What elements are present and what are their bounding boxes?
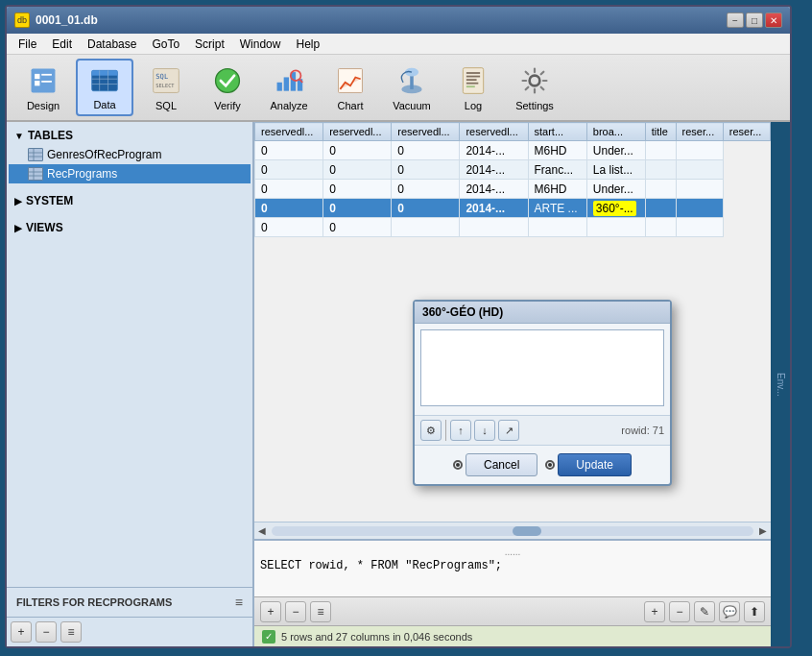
scroll-right-arrow[interactable]: ▶ [755, 523, 771, 539]
system-label: SYSTEM [26, 194, 73, 207]
col-start[interactable]: start... [528, 123, 586, 141]
edit-button[interactable]: ✎ [694, 601, 715, 622]
menu-database[interactable]: Database [80, 36, 144, 53]
svg-rect-32 [29, 149, 42, 160]
tables-header[interactable]: ▼ TABLES [9, 126, 251, 145]
sidebar-options-button[interactable]: ≡ [60, 621, 82, 643]
cell: 2014-... [460, 160, 528, 180]
menu-edit[interactable]: Edit [44, 36, 80, 53]
title-bar-left: db 0001_01.db [14, 12, 98, 28]
cancel-button[interactable]: Cancel [466, 453, 537, 476]
cell-selected: 0 [392, 199, 460, 218]
tool-design[interactable]: Design [14, 59, 72, 116]
col-reservedl-3[interactable]: reservedl... [392, 123, 460, 141]
svg-rect-2 [41, 74, 52, 76]
remove-button-right[interactable]: − [669, 601, 690, 622]
popup-title: 360°-GÉO (HD) [422, 305, 503, 319]
scroll-track[interactable] [272, 526, 753, 536]
update-button[interactable]: Update [558, 453, 632, 476]
system-section: ▶ SYSTEM [7, 187, 252, 214]
status-text: 5 rows and 27 columns in 0,046 seconds [281, 631, 472, 643]
sidebar-remove-button[interactable]: − [36, 621, 57, 643]
tool-log[interactable]: Log [444, 59, 502, 116]
menu-goto[interactable]: GoTo [144, 36, 187, 53]
scroll-thumb[interactable] [513, 526, 541, 536]
status-bar: ✓ 5 rows and 27 columns in 0,046 seconds [254, 625, 771, 646]
sidebar-bottom-toolbar: + − ≡ [7, 617, 252, 646]
svg-rect-27 [466, 76, 480, 78]
popup-open-button[interactable]: ↗ [498, 420, 519, 441]
design-label: Design [27, 100, 60, 111]
settings-label: Settings [515, 100, 554, 111]
col-reservedl-4[interactable]: reservedl... [460, 123, 528, 141]
horizontal-scrollbar[interactable]: ◀ ▶ [254, 522, 771, 539]
popup-download-button[interactable]: ↓ [474, 420, 495, 441]
sql-query: SELECT rowid, * FROM "RecPrograms"; [260, 559, 765, 572]
svg-rect-4 [41, 81, 52, 83]
table-row[interactable]: 0 0 0 2014-... Franc... La list... [255, 160, 771, 180]
sidebar-add-button[interactable]: + [11, 621, 32, 643]
sql-label: SQL [155, 100, 177, 111]
edit-popup: 360°-GÉO (HD) ⚙ ↑ ↓ [413, 300, 672, 486]
table-row[interactable]: 0 0 0 2014-... M6HD Under... [255, 180, 771, 199]
col-reser-2[interactable]: reser... [723, 123, 770, 141]
add-button-right[interactable]: + [644, 601, 665, 622]
svg-rect-29 [466, 83, 478, 85]
cell [645, 180, 676, 199]
system-header[interactable]: ▶ SYSTEM [9, 191, 251, 210]
cell: M6HD [528, 141, 586, 160]
svg-rect-28 [466, 79, 477, 81]
close-button[interactable]: ✕ [765, 12, 782, 28]
scroll-left-arrow[interactable]: ◀ [254, 523, 270, 539]
menu-file[interactable]: File [11, 36, 44, 53]
menu-help[interactable]: Help [288, 36, 327, 53]
col-broa[interactable]: broa... [586, 123, 645, 141]
views-header[interactable]: ▶ VIEWS [9, 218, 251, 237]
export-button[interactable]: ⬆ [744, 601, 765, 622]
table-header-row: reservedl... reservedl... reservedl... r… [255, 123, 771, 141]
popup-upload-button[interactable]: ↑ [450, 420, 471, 441]
filters-expand-icon[interactable]: ≡ [235, 595, 243, 610]
log-icon [456, 63, 490, 98]
cell [645, 160, 676, 180]
cell: 0 [255, 180, 323, 199]
table-options-button[interactable]: ≡ [310, 601, 331, 622]
cell [645, 141, 676, 160]
views-section: ▶ VIEWS [7, 214, 252, 241]
sidebar-item-recprograms[interactable]: RecPrograms [9, 164, 251, 183]
data-table: reservedl... reservedl... reservedl... r… [254, 122, 771, 237]
analyze-icon [272, 63, 306, 98]
menu-script[interactable]: Script [187, 36, 232, 53]
remove-row-button[interactable]: − [285, 601, 306, 622]
add-row-button[interactable]: + [260, 601, 281, 622]
restore-button[interactable]: □ [746, 12, 763, 28]
cancel-radio[interactable] [453, 460, 463, 470]
popup-textarea[interactable] [420, 329, 664, 406]
table-icon-recprograms [28, 167, 43, 181]
col-reservedl-1[interactable]: reservedl... [255, 123, 323, 141]
table-row[interactable]: 0 0 [255, 218, 771, 237]
svg-point-14 [216, 69, 240, 93]
col-reser-1[interactable]: reser... [676, 123, 723, 141]
tool-vacuum[interactable]: Vacuum [383, 59, 441, 116]
sql-area: ...... SELECT rowid, * FROM "RecPrograms… [254, 539, 771, 596]
minimize-button[interactable]: − [727, 12, 744, 28]
cell: 0 [323, 141, 392, 160]
tool-sql[interactable]: SQL SELECT SQL [137, 59, 195, 116]
tool-verify[interactable]: Verify [199, 59, 256, 116]
comment-button[interactable]: 💬 [719, 601, 740, 622]
col-reservedl-2[interactable]: reservedl... [323, 123, 392, 141]
update-radio[interactable] [545, 460, 555, 470]
cell: La list... [586, 160, 645, 180]
tool-analyze[interactable]: Analyze [260, 59, 318, 116]
popup-settings-button[interactable]: ⚙ [420, 420, 442, 441]
col-title[interactable]: title [645, 123, 676, 141]
filters-section: FILTERS FOR RECPROGRAMS ≡ [7, 587, 252, 617]
table-row-selected[interactable]: 0 0 0 2014-... ARTE ... 360°-... [255, 199, 771, 218]
sidebar-item-genresofrecprogram[interactable]: GenresOfRecProgram [9, 145, 251, 164]
table-row[interactable]: 0 0 0 2014-... M6HD Under... [255, 141, 771, 160]
tool-chart[interactable]: Chart [322, 59, 379, 116]
tool-settings[interactable]: Settings [506, 59, 563, 116]
tool-data[interactable]: Data [76, 59, 133, 116]
menu-window[interactable]: Window [232, 36, 289, 53]
